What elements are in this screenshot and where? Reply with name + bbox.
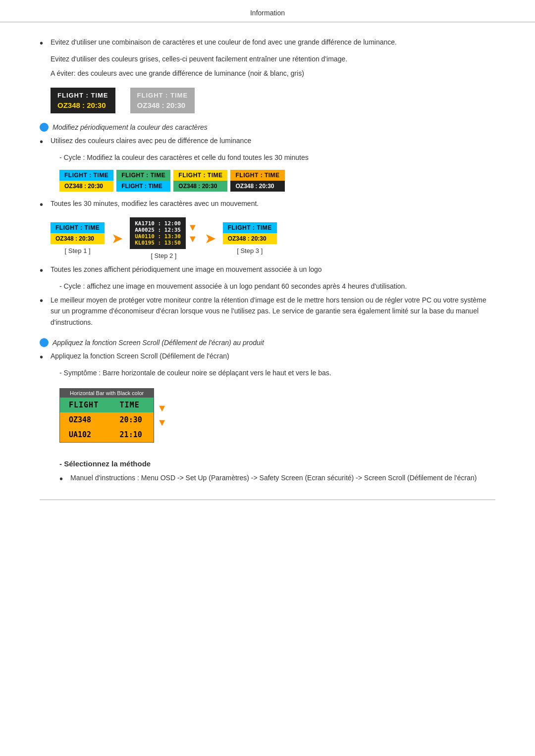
bullet-text-5: Le meilleur moyen de protéger votre moni… (51, 295, 495, 328)
circle-bullet-2: Appliquez la fonction Screen Scroll (Déf… (40, 338, 495, 348)
page-header: Information (0, 0, 535, 22)
cycle-box-2: FLIGHT : TIME FLIGHT : TIME (116, 170, 170, 192)
step-1-value: OZ348 : 20:30 (51, 233, 105, 244)
step-3-box: FLIGHT : TIME OZ348 : 20:30 (223, 222, 277, 244)
ss-time-cell: TIME (111, 398, 154, 412)
page-title: Information (250, 9, 285, 17)
fbox-dark-header: FLIGHT : TIME (57, 92, 108, 99)
bullet-item-5: • Le meilleur moyen de protéger votre mo… (40, 295, 495, 332)
main-content: • Evitez d'utiliser une combinaison de c… (0, 22, 535, 535)
bullet-dot-6: • (40, 351, 49, 363)
ss-arrows: ▼ ▼ (157, 403, 167, 428)
bullet-text-1: Evitez d'utiliser une combinaison de car… (51, 37, 397, 48)
fbox-dark-value: OZ348 : 20:30 (57, 101, 108, 109)
bullet-item-6: • Appliquez la fonction Screen Scroll (D… (40, 351, 495, 363)
step-1-box: FLIGHT : TIME OZ348 : 20:30 (51, 222, 105, 244)
page-divider (40, 500, 495, 500)
bullet-dot-4: • (40, 264, 49, 276)
circle-icon-1 (40, 123, 49, 132)
bullet-item-2: • Utilisez des couleurs claires avec peu… (40, 136, 495, 148)
step-2-row1a: KA1710 : 12:00 (135, 220, 181, 227)
bullet-dot-2: • (40, 136, 49, 148)
bullet-dot-1: • (40, 37, 49, 49)
bullet-item-1: • Evitez d'utiliser une combinaison de c… (40, 37, 495, 49)
bullet-text-2: Utilisez des couleurs claires avec peu d… (51, 136, 251, 146)
step-2-box: KA1710 : 12:00 AA0025 : 12:35 UA0110 : 1… (130, 217, 186, 249)
ss-oz-cell: OZ348 (60, 412, 111, 427)
cycle-box-2-bottom: FLIGHT : TIME (116, 181, 170, 192)
cycle-box-4-bottom: OZ348 : 20:30 (230, 181, 284, 192)
sub-text-1: Evitez d'utiliser des couleurs grises, c… (51, 54, 495, 64)
step-3-label: [ Step 3 ] (237, 247, 263, 254)
circle-text-1: Modifiez périodiquement la couleur des c… (53, 122, 208, 133)
flight-box-gray: FLIGHT : TIME OZ348 : 20:30 (130, 88, 195, 113)
bullet-item-7: • Manuel d'instructions : Menu OSD -> Se… (59, 473, 495, 485)
circle-text-2: Appliquez la fonction Screen Scroll (Déf… (53, 338, 264, 348)
step-2-label: [ Step 2 ] (151, 252, 176, 259)
ss-2110-cell: 21:10 (111, 427, 154, 443)
step-1-container: FLIGHT : TIME OZ348 : 20:30 [ Step 1 ] (51, 222, 105, 254)
circle-icon-2 (40, 338, 49, 347)
circle-bullet-1: Modifiez périodiquement la couleur des c… (40, 122, 495, 133)
step-1-header: FLIGHT : TIME (51, 222, 105, 233)
sub-text-2: A éviter: des couleurs avec une grande d… (51, 68, 495, 79)
cycle-box-3-top: FLIGHT : TIME (173, 170, 227, 181)
bullet-item-3: • Toutes les 30 minutes, modifiez les ca… (40, 199, 495, 210)
bullet-text-3: Toutes les 30 minutes, modifiez les cara… (51, 199, 259, 209)
symptom-text: - Symptôme : Barre horizontale de couleu… (59, 368, 495, 378)
step-arrow-1: ➤ (111, 230, 123, 247)
step-2-row2b: KL0195 : 13:50 (135, 240, 181, 246)
bullet-dot-5: • (40, 295, 49, 306)
step-2-arrows: ▼ ▼ (188, 222, 198, 245)
step-2-arrow-down-1: ▼ (188, 222, 198, 233)
bullet-dot-3: • (40, 199, 49, 210)
step-2-container: KA1710 : 12:00 AA0025 : 12:35 UA0110 : 1… (130, 217, 198, 259)
step-row: FLIGHT : TIME OZ348 : 20:30 [ Step 1 ] ➤… (51, 217, 495, 259)
step-2-row1b: AA0025 : 12:35 (135, 227, 181, 233)
cycle-box-1: FLIGHT : TIME OZ348 : 20:30 (59, 170, 113, 192)
screen-scroll-demo-container: Horizontal Bar with Black color FLIGHT T… (59, 388, 167, 443)
flight-box-dark: FLIGHT : TIME OZ348 : 20:30 (51, 88, 115, 113)
ss-arrow-1: ▼ (157, 403, 167, 414)
fbox-gray-value: OZ348 : 20:30 (137, 101, 188, 109)
cycle-row: FLIGHT : TIME OZ348 : 20:30 FLIGHT : TIM… (59, 170, 495, 192)
ss-flight-cell: FLIGHT (60, 398, 111, 412)
ss-2030-cell: 20:30 (111, 412, 154, 427)
cycle-box-4: FLIGHT : TIME OZ348 : 20:30 (230, 170, 284, 192)
bullet-item-4: • Toutes les zones affichent périodiquem… (40, 264, 495, 276)
fbox-gray-header: FLIGHT : TIME (137, 92, 188, 99)
cycle-box-3-bottom: OZ348 : 20:30 (173, 181, 227, 192)
screen-scroll-table: Horizontal Bar with Black color FLIGHT T… (59, 388, 154, 443)
select-method-header: - Sélectionnez la méthode (59, 459, 495, 468)
step-2-arrow-down-2: ▼ (188, 233, 198, 245)
display-row-1: FLIGHT : TIME OZ348 : 20:30 FLIGHT : TIM… (51, 88, 495, 113)
sub-text-4: - Cycle : affichez une image en mouvemen… (59, 281, 495, 292)
cycle-box-2-top: FLIGHT : TIME (116, 170, 170, 181)
cycle-desc: - Cycle : Modifiez la couleur des caract… (59, 152, 495, 163)
step-3-value: OZ348 : 20:30 (223, 233, 277, 244)
cycle-box-1-top: FLIGHT : TIME (59, 170, 113, 181)
cycle-box-1-bottom: OZ348 : 20:30 (59, 181, 113, 192)
step-3-container: FLIGHT : TIME OZ348 : 20:30 [ Step 3 ] (223, 222, 277, 254)
cycle-box-3: FLIGHT : TIME OZ348 : 20:30 (173, 170, 227, 192)
step-2-row2a: UA0110 : 13:30 (135, 233, 181, 240)
bullet-text-4: Toutes les zones affichent périodiquemen… (51, 264, 322, 275)
step-2-inner-row: KA1710 : 12:00 AA0025 : 12:35 UA0110 : 1… (130, 217, 198, 249)
step-1-label: [ Step 1 ] (65, 247, 91, 254)
step-3-header: FLIGHT : TIME (223, 222, 277, 233)
bullet-text-7: Manuel d'instructions : Menu OSD -> Set … (70, 473, 477, 483)
bullet-text-6: Appliquez la fonction Screen Scroll (Déf… (51, 351, 229, 361)
ss-ua-cell: UA102 (60, 427, 111, 443)
cycle-box-4-top: FLIGHT : TIME (230, 170, 284, 181)
ss-arrow-2: ▼ (157, 417, 167, 428)
step-arrow-2: ➤ (205, 230, 216, 247)
ss-header-cell: Horizontal Bar with Black color (60, 389, 154, 398)
bullet-dot-7: • (59, 473, 68, 485)
